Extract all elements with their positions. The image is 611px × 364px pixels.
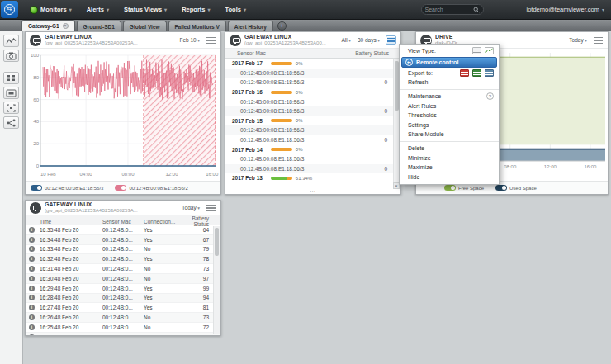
date-group-row[interactable]: 2017 Feb 150% (225, 116, 400, 126)
table-row[interactable]: i16:30:48 Feb 2000:12:4B:0...No97 (26, 274, 220, 284)
table-row[interactable]: i16:28:48 Feb 2000:12:4B:0...Yes94 (26, 294, 220, 304)
menu-item-maintenance[interactable]: Maintenance? (400, 92, 499, 102)
date-group-row[interactable]: 2017 Feb 1361.34% (225, 173, 400, 183)
panel-menu-icon[interactable] (206, 203, 216, 212)
legend-toggle[interactable]: Free Space (444, 185, 484, 191)
account-menu[interactable]: iotdemo@teamviewer.com (527, 6, 605, 13)
menu-item-thresholds[interactable]: Thresholds (400, 111, 499, 121)
table-row[interactable]: i16:26:48 Feb 2000:12:4B:0...No73 (26, 313, 220, 323)
info-icon[interactable]: i (29, 237, 35, 243)
info-icon[interactable]: i (29, 246, 35, 252)
export-xls-icon[interactable] (472, 69, 481, 77)
table-row[interactable]: i16:27:48 Feb 2000:12:4B:0...Yes81 (26, 303, 220, 313)
menu-item-remote-control[interactable]: ⇆Remote control (401, 57, 497, 68)
date-group-row[interactable]: 2017 Feb 170% (225, 59, 400, 69)
info-icon[interactable]: i (29, 286, 35, 291)
menu-monitors[interactable]: Monitors (30, 6, 72, 14)
date-range-dropdown[interactable]: 30 days (358, 37, 380, 43)
panel-menu-icon[interactable] (206, 35, 216, 45)
date-range-dropdown[interactable]: Today (569, 37, 587, 43)
screenshot-icon[interactable] (3, 50, 19, 62)
menu-reports[interactable]: Reports (182, 6, 210, 13)
menu-item-maximize[interactable]: Maximize (400, 163, 499, 173)
info-icon[interactable]: i (29, 334, 35, 335)
grid-view-icon[interactable] (3, 72, 19, 84)
info-icon[interactable]: i (29, 227, 35, 233)
sensor-row[interactable]: 00:12:4B:00:08:E1:18:56/30 (225, 106, 400, 116)
date-group-row[interactable]: 2017 Feb 140% (225, 144, 400, 154)
export-pdf-icon[interactable] (460, 69, 469, 77)
info-icon[interactable]: i (29, 324, 35, 330)
panel-resize-handle[interactable]: ⋯ (120, 331, 126, 335)
menu-alerts[interactable]: Alerts (87, 6, 109, 13)
menu-separator (400, 141, 499, 142)
panel-resize-handle[interactable]: ⋯ (310, 190, 316, 194)
table-row[interactable]: i16:35:48 Feb 2000:12:4B:0...Yes64 (26, 225, 220, 235)
legend-toggle[interactable]: Used Space (495, 185, 537, 191)
date-range-dropdown[interactable]: Feb 10 (179, 37, 200, 43)
filter-dropdown[interactable]: All (341, 37, 351, 43)
menu-item-export-to[interactable]: Export to: (400, 69, 499, 78)
question-icon[interactable]: ? (486, 92, 494, 100)
column-battery-status[interactable]: Battery Status (355, 50, 389, 56)
chart-view-icon[interactable] (485, 47, 494, 54)
panel-menu-icon[interactable] (593, 35, 604, 45)
menu-item-view-type[interactable]: View Type: (400, 46, 499, 56)
column-sensor-mac[interactable]: Sensor Mac (102, 219, 144, 225)
table-view-icon[interactable] (472, 47, 481, 54)
line-chart-icon[interactable] (3, 35, 19, 47)
tab-failed-monitors-v[interactable]: Failed Monitors V (168, 21, 226, 31)
tab-global-view[interactable]: Global View (123, 21, 167, 31)
info-icon[interactable]: i (29, 276, 35, 281)
tab-ground-sd1[interactable]: Ground-SD1 (77, 21, 121, 31)
panel-menu-icon[interactable] (386, 35, 396, 45)
table-row[interactable]: i16:32:48 Feb 2000:12:4B:0...Yes78 (26, 254, 220, 264)
menu-item-delete[interactable]: Delete (400, 144, 499, 154)
sensor-row[interactable]: 00:12:4B:00:08:E1:18:56/3 (225, 69, 400, 78)
menu-item-hide[interactable]: Hide (400, 173, 499, 182)
date-range-dropdown[interactable]: Today (182, 205, 200, 210)
table-row[interactable]: i16:31:48 Feb 2000:12:4B:0...No73 (26, 264, 220, 274)
sensor-row[interactable]: 00:12:4B:00:08:E1:18:56/30 (225, 78, 400, 87)
sensor-row[interactable]: 00:12:4B:00:08:E1:18:56/3 (225, 154, 400, 164)
share-icon[interactable] (3, 116, 19, 129)
menu-status-views[interactable]: Status Views (124, 6, 167, 13)
export-csv-icon[interactable] (485, 69, 494, 77)
table-row[interactable]: i16:33:48 Feb 2000:12:4B:0...No79 (26, 245, 220, 255)
menu-item-refresh[interactable]: Refresh (400, 78, 499, 87)
legend-toggle[interactable]: 00:12:4B:00:08:E1:18:56/2 (115, 185, 187, 191)
sensor-row[interactable]: 00:12:4B:00:08:E1:18:56/3 (225, 97, 400, 106)
scrollbar-thumb[interactable] (215, 228, 219, 256)
cell-time: 16:33:48 Feb 20 (40, 246, 102, 252)
column-sensor-mac[interactable]: Sensor Mac (237, 50, 266, 56)
info-icon[interactable]: i (29, 295, 35, 300)
sensor-row[interactable]: 00:12:4B:00:08:E1:18:56/30 (225, 135, 400, 145)
add-tab-button[interactable] (277, 21, 287, 31)
column-connection[interactable]: Connection... (144, 219, 178, 225)
info-icon[interactable]: i (29, 266, 35, 272)
info-icon[interactable]: i (29, 256, 35, 262)
menu-item-settings[interactable]: Settings (400, 121, 499, 130)
legend-toggle[interactable]: 00:12:4B:00:08:E1:18:56/3 (31, 185, 103, 191)
column-time[interactable]: Time (40, 219, 102, 225)
close-tab-icon[interactable]: × (63, 23, 69, 29)
expand-icon[interactable] (3, 102, 19, 114)
date-group-row[interactable]: 2017 Feb 160% (225, 87, 400, 97)
info-icon[interactable]: i (29, 305, 35, 310)
cell-connection: Yes (144, 295, 178, 300)
info-icon[interactable]: i (29, 314, 35, 320)
vertical-scrollbar[interactable] (213, 226, 220, 334)
menu-item-minimize[interactable]: Minimize (400, 153, 499, 163)
menu-item-share-module[interactable]: Share Module (400, 130, 499, 139)
menu-tools[interactable]: Tools (225, 6, 245, 13)
sensor-row[interactable]: 00:12:4B:00:08:E1:18:56/3 (225, 125, 400, 135)
menu-item-alert-rules[interactable]: Alert Rules (400, 101, 499, 111)
table-row[interactable]: i16:29:48 Feb 2000:12:4B:0...Yes99 (26, 284, 220, 294)
table-row[interactable]: i16:34:48 Feb 2000:12:4B:0...Yes67 (26, 235, 220, 245)
monitor-view-icon[interactable] (3, 87, 19, 99)
tab-alert-history[interactable]: Alert History (228, 21, 273, 31)
search-input[interactable] (425, 7, 473, 12)
column-battery-status[interactable]: Battery Status (178, 215, 220, 227)
tab-gateway-g1[interactable]: Gateway-G1× (21, 20, 75, 31)
sensor-row[interactable]: 00:12:4B:00:08:E1:18:56/30 (225, 164, 400, 174)
